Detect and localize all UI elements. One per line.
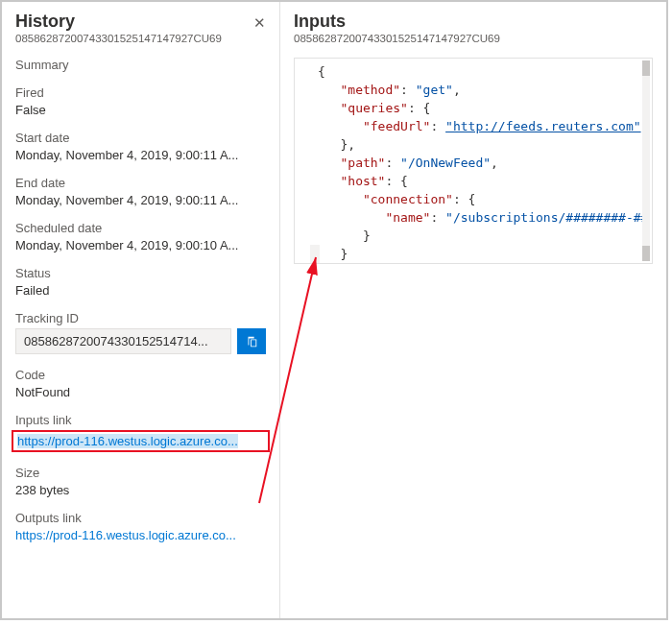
history-run-id: 08586287200743301525147147927CU69 — [15, 33, 266, 44]
status-label: Status — [15, 266, 266, 280]
inputs-link-highlight: https://prod-116.westus.logic.azure.co..… — [12, 430, 270, 452]
start-date-value: Monday, November 4, 2019, 9:00:11 A... — [15, 148, 266, 162]
end-date-label: End date — [15, 176, 266, 190]
status-value: Failed — [15, 283, 266, 298]
tracking-id-label: Tracking ID — [15, 311, 266, 325]
scrollbar-thumb[interactable] — [642, 246, 650, 261]
inputs-link-label: Inputs link — [15, 413, 266, 427]
scheduled-date-label: Scheduled date — [15, 221, 266, 235]
json-viewer[interactable]: { "method": "get", "queries": { "feedUrl… — [294, 58, 653, 264]
end-date-value: Monday, November 4, 2019, 9:00:11 A... — [15, 193, 266, 207]
outputs-link[interactable]: https://prod-116.westus.logic.azure.co..… — [15, 528, 266, 542]
size-label: Size — [15, 466, 266, 480]
scrollbar-thumb[interactable] — [642, 60, 650, 76]
summary-heading: Summary — [15, 58, 266, 72]
json-content: { "method": "get", "queries": { "feedUrl… — [318, 62, 642, 264]
fired-label: Fired — [15, 85, 266, 100]
tracking-id-value[interactable]: 0858628720074330152514714... — [15, 328, 231, 354]
copy-button[interactable] — [237, 328, 266, 354]
inputs-link[interactable]: https://prod-116.westus.logic.azure.co..… — [17, 434, 238, 448]
history-pane: History ✕ 08586287200743301525147147927C… — [2, 2, 280, 618]
code-gutter — [295, 59, 310, 263]
close-icon[interactable]: ✕ — [253, 12, 266, 30]
history-title: History — [15, 12, 75, 32]
copy-icon — [245, 335, 258, 348]
cursor-line — [310, 245, 320, 263]
outputs-link-label: Outputs link — [15, 511, 266, 525]
code-value: NotFound — [15, 385, 266, 399]
fired-value: False — [15, 103, 266, 117]
inputs-pane: Inputs 08586287200743301525147147927CU69… — [280, 2, 666, 618]
inputs-title: Inputs — [294, 12, 653, 32]
code-label: Code — [15, 368, 266, 382]
scrollbar-track[interactable] — [642, 60, 650, 261]
inputs-run-id: 08586287200743301525147147927CU69 — [294, 33, 653, 44]
size-value: 238 bytes — [15, 483, 266, 497]
scheduled-date-value: Monday, November 4, 2019, 9:00:10 A... — [15, 238, 266, 252]
start-date-label: Start date — [15, 131, 266, 145]
